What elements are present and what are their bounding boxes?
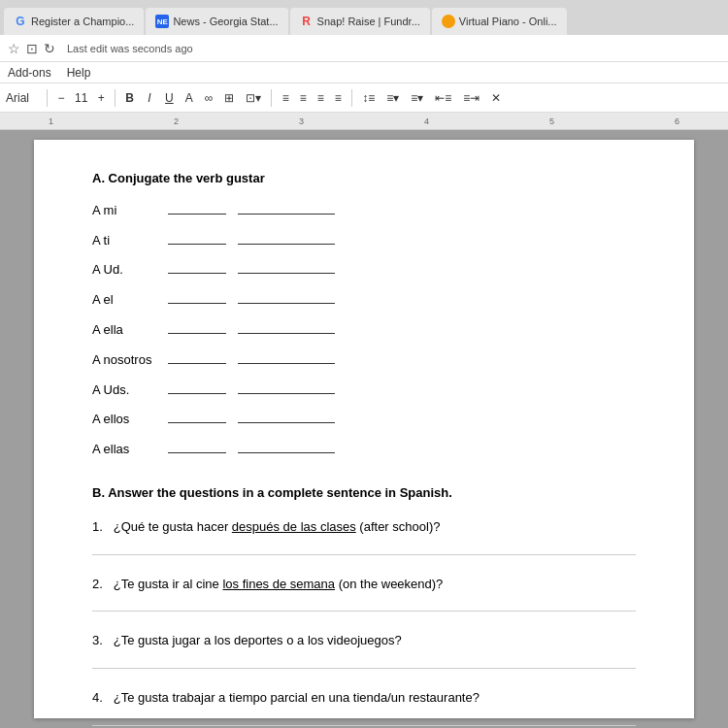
separator-3 [271, 89, 272, 107]
refresh-icon[interactable]: ↻ [44, 41, 55, 56]
blank-ati-2[interactable] [238, 244, 335, 245]
clear-format[interactable]: ✕ [487, 90, 505, 106]
font-selector[interactable]: Arial [6, 91, 41, 105]
q3-num: 3. [92, 633, 110, 647]
q1-num: 1. [92, 519, 110, 534]
conjugate-item-auds: A Uds. [92, 381, 636, 401]
blank-aellos-1[interactable] [168, 422, 226, 423]
blank-ami-2[interactable] [238, 214, 335, 215]
conjugate-item-aud: A Ud. [92, 260, 636, 281]
font-size-increase[interactable]: + [93, 90, 109, 106]
blank-aellas-2[interactable] [238, 452, 335, 453]
tab-snap[interactable]: R Snap! Raise | Fundr... [290, 8, 430, 35]
menu-help[interactable]: Help [67, 66, 91, 80]
folder-icon[interactable]: ⊡ [26, 41, 38, 56]
font-size-area: − 11 + [53, 90, 109, 106]
blank-ami-1[interactable] [168, 214, 226, 215]
section-b-title: B. Answer the questions in a complete se… [92, 483, 636, 504]
tab-register[interactable]: G Register a Champio... [4, 8, 144, 35]
q1-underlined: después de las clases [232, 519, 356, 534]
label-anosotros: A nosotros [92, 350, 160, 371]
blank-ati-1[interactable] [168, 244, 226, 245]
indent-increase[interactable]: ≡⇥ [459, 90, 483, 106]
blank-anosotros-2[interactable] [238, 363, 335, 364]
conjugate-item-ami: A mi [92, 201, 636, 221]
blank-auds-1[interactable] [168, 393, 226, 394]
question-3: 3. ¿Te gusta jugar a los deportes o a lo… [92, 631, 636, 669]
q2-text-after: (on the weekend)? [335, 577, 443, 591]
blank-aud-1[interactable] [168, 273, 226, 274]
align-center[interactable]: ≡ [295, 90, 311, 106]
ne-icon: NE [155, 15, 169, 28]
separator-4 [351, 89, 352, 107]
google-icon: G [14, 15, 27, 28]
star-icon[interactable]: ☆ [8, 41, 20, 56]
ruler: 1 2 3 4 5 6 [0, 113, 728, 130]
label-aellas: A ellas [92, 440, 160, 460]
question-1: 1. ¿Qué te gusta hacer después de las cl… [92, 517, 636, 555]
q1-text-before: ¿Qué te gusta hacer [114, 519, 232, 534]
blank-anosotros-1[interactable] [168, 363, 226, 364]
blank-ael-2[interactable] [238, 303, 335, 304]
piano-icon [442, 15, 455, 28]
conjugate-item-aellas: A ellas [92, 440, 636, 460]
document-page: A. Conjugate the verb gustar A mi A ti A… [34, 140, 694, 718]
section-a-title: A. Conjugate the verb gustar [92, 169, 636, 189]
conjugate-item-aella: A ella [92, 320, 636, 341]
underline-button[interactable]: U [161, 90, 178, 106]
blank-aellos-2[interactable] [238, 422, 335, 423]
tab-piano[interactable]: Virtual Piano - Onli... [432, 8, 567, 35]
q3-answer-line[interactable] [92, 655, 636, 669]
conjugate-item-aellos: A ellos [92, 410, 636, 430]
q2-num: 2. [92, 577, 110, 591]
font-size-value[interactable]: 11 [71, 90, 91, 106]
q3-text: ¿Te gusta jugar a los deportes o a los v… [114, 633, 402, 647]
conjugate-item-ati: A ti [92, 231, 636, 251]
tab-news-label: News - Georgia Stat... [173, 16, 278, 27]
q4-text: ¿Te gusta trabajar a tiempo parcial en u… [114, 690, 480, 705]
font-size-decrease[interactable]: − [53, 90, 69, 106]
blank-aella-2[interactable] [238, 333, 335, 334]
link-button[interactable]: ∞ [201, 90, 217, 106]
question-4: 4. ¿Te gusta trabajar a tiempo parcial e… [92, 688, 636, 726]
image-button[interactable]: ⊞ [220, 90, 238, 106]
document-area: A. Conjugate the verb gustar A mi A ti A… [0, 130, 728, 728]
tab-news[interactable]: NE News - Georgia Stat... [146, 8, 287, 35]
conjugate-item-ael: A el [92, 290, 636, 311]
q4-num: 4. [92, 690, 110, 705]
label-auds: A Uds. [92, 381, 160, 401]
tab-snap-label: Snap! Raise | Fundr... [317, 16, 420, 27]
italic-button[interactable]: I [142, 90, 157, 106]
tab-register-label: Register a Champio... [31, 16, 134, 27]
align-left[interactable]: ≡ [278, 90, 293, 106]
q1-text-after: (after school)? [356, 519, 441, 534]
blank-ael-1[interactable] [168, 303, 226, 304]
line-spacing[interactable]: ↕≡ [358, 90, 379, 106]
separator-1 [47, 89, 48, 107]
ruler-marks: 1 2 3 4 5 6 [10, 116, 718, 126]
blank-auds-2[interactable] [238, 393, 335, 394]
bold-button[interactable]: B [121, 90, 138, 106]
conjugate-item-anosotros: A nosotros [92, 350, 636, 371]
q1-answer-line[interactable] [92, 542, 636, 555]
blank-aellas-1[interactable] [168, 452, 226, 453]
menu-addons[interactable]: Add-ons [8, 66, 51, 80]
q4-answer-line[interactable] [92, 712, 636, 726]
label-aellos: A ellos [92, 410, 160, 430]
indent-decrease[interactable]: ⇤≡ [431, 90, 455, 106]
tab-piano-label: Virtual Piano - Onli... [459, 16, 557, 27]
label-ami: A mi [92, 201, 160, 221]
align-justify[interactable]: ≡ [330, 90, 346, 106]
blank-aella-1[interactable] [168, 333, 226, 334]
snap-icon: R [300, 15, 314, 28]
q2-answer-line[interactable] [92, 598, 636, 612]
list-options[interactable]: ≡▾ [407, 90, 427, 106]
last-edit-text: Last edit was seconds ago [67, 43, 193, 54]
font-color-button[interactable]: A [182, 90, 197, 106]
align-right[interactable]: ≡ [313, 90, 328, 106]
paragraph-style[interactable]: ≡▾ [382, 90, 403, 106]
label-aella: A ella [92, 320, 160, 341]
comment-button[interactable]: ⊡▾ [242, 90, 265, 106]
blank-aud-2[interactable] [238, 273, 335, 274]
menu-bar: Add-ons Help [0, 62, 728, 83]
